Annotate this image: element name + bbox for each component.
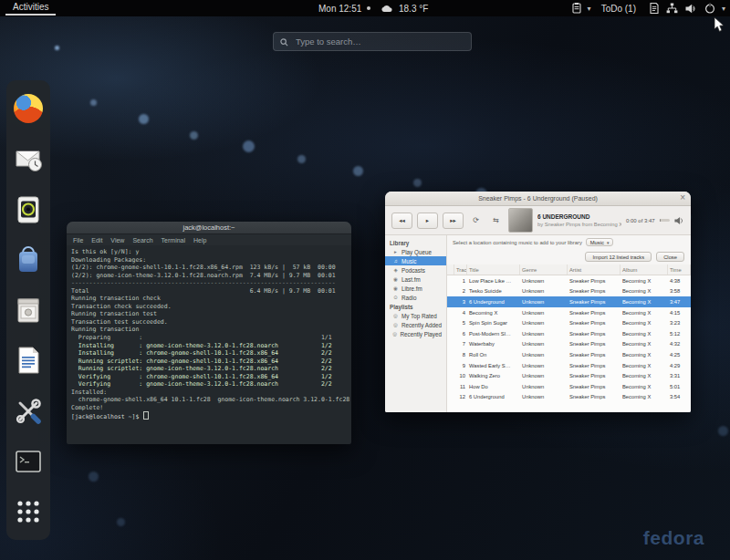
search-input[interactable]: [294, 36, 464, 47]
terminal-menubar: FileEditViewSearchTerminalHelp: [67, 234, 351, 245]
play-button[interactable]: ▸: [417, 213, 438, 229]
track-number-cell: 8: [454, 352, 467, 358]
track-row[interactable]: 8 Roll On Unknown Sneaker Pimps Becoming…: [447, 349, 691, 360]
activities-button[interactable]: Activities: [5, 0, 56, 16]
track-row[interactable]: 4 Becoming X Unknown Sneaker Pimps Becom…: [447, 307, 691, 318]
shuffle-button[interactable]: ⇆: [488, 214, 504, 226]
terminal-menu-item[interactable]: Edit: [91, 237, 102, 244]
caret-down-icon: ▾: [722, 5, 725, 13]
track-row[interactable]: 10 Walking Zero Unknown Sneaker Pimps Be…: [447, 370, 691, 381]
column-header-track[interactable]: Track: [454, 264, 467, 275]
title-cell: Tesko Suicide: [467, 288, 520, 294]
appindicator-menu[interactable]: ▾: [568, 0, 591, 16]
track-row[interactable]: 9 Wasted Early S… Unknown Sneaker Pimps …: [447, 360, 691, 371]
terminal-menu-item[interactable]: Search: [132, 237, 152, 244]
sidebar-source-item[interactable]: ◈ Podcasts: [385, 265, 446, 275]
location-value: Music: [590, 240, 604, 245]
artist-cell: Sneaker Pimps: [568, 299, 620, 305]
title-cell: How Do: [467, 384, 520, 389]
gnome-activities-overview: fedora Activities Mon 12:51 18.3 °F ▾ To…: [0, 0, 730, 560]
track-row[interactable]: 3 6 Underground Unknown Sneaker Pimps Be…: [447, 296, 691, 307]
import-tracks-button[interactable]: Import 12 listed tracks: [585, 252, 652, 262]
dock-item-utilities[interactable]: [12, 395, 45, 428]
terminal-line: Downloading Packages:: [71, 256, 347, 264]
close-import-button[interactable]: Close: [656, 252, 684, 262]
dock-item-terminal[interactable]: [12, 445, 45, 478]
column-header-title[interactable]: Title: [467, 264, 520, 275]
artist-cell: Sneaker Pimps: [568, 384, 620, 389]
system-menu[interactable]: ▾: [646, 0, 725, 16]
sidebar-source-item[interactable]: ⊙ Radio: [385, 293, 446, 302]
rhythmbox-window[interactable]: Sneaker Pimps - 6 Underground (Paused) ×…: [385, 192, 691, 412]
genre-cell: Unknown: [520, 341, 568, 347]
album-cell: Becoming X: [620, 363, 668, 368]
album-cell: Becoming X: [620, 288, 668, 294]
column-header-playing[interactable]: [447, 264, 454, 275]
sidebar-source-item[interactable]: ◉ Last.fm: [385, 275, 446, 284]
rhythmbox-icon: [13, 194, 44, 225]
track-row[interactable]: 6 Post-Modern Sl… Unknown Sneaker Pimps …: [447, 328, 691, 339]
column-header-time[interactable]: Time: [668, 264, 691, 275]
dock-item-app-grid[interactable]: [12, 495, 45, 528]
sidebar-playlist-item[interactable]: ◎ Recently Played: [385, 329, 446, 338]
source-icon: ◉: [392, 276, 399, 282]
source-label: Play Queue: [402, 249, 432, 255]
next-button[interactable]: ▸▸: [443, 213, 464, 229]
dock-item-writer[interactable]: [12, 344, 45, 377]
dock-item-software[interactable]: [12, 244, 45, 276]
terminal-titlebar[interactable]: jack@localhost:~: [67, 222, 351, 234]
rhythmbox-titlebar[interactable]: Sneaker Pimps - 6 Underground (Paused) ×: [385, 192, 691, 206]
todo-indicator[interactable]: ToDo (1): [601, 0, 636, 16]
column-header-album[interactable]: Album: [620, 264, 668, 275]
track-row[interactable]: 7 Waterbaby Unknown Sneaker Pimps Becomi…: [447, 339, 691, 350]
track-row[interactable]: 2 Tesko Suicide Unknown Sneaker Pimps Be…: [447, 286, 691, 297]
repeat-button[interactable]: ⟳: [468, 214, 484, 226]
time-cell: 3:31: [668, 373, 691, 379]
now-playing-title: 6 UNDERGROUND: [537, 213, 621, 221]
library-header: Library: [385, 238, 446, 247]
column-header-artist[interactable]: Artist: [568, 264, 620, 275]
terminal-line: Preparing : 1/1: [71, 334, 347, 342]
source-label: Music: [402, 258, 416, 264]
sidebar-playlist-item[interactable]: ◎ Recently Added: [385, 320, 446, 329]
sidebar-source-item[interactable]: ◉ Libre.fm: [385, 284, 446, 293]
title-cell: Walking Zero: [467, 373, 520, 379]
overview-search[interactable]: [273, 32, 472, 51]
app-grid-icon: [13, 496, 44, 527]
track-row[interactable]: 11 How Do Unknown Sneaker Pimps Becoming…: [447, 381, 691, 392]
location-combo[interactable]: Music ▾: [586, 238, 614, 246]
track-number-cell: 1: [454, 278, 467, 284]
track-row[interactable]: 1 Low Place Like … Unknown Sneaker Pimps…: [447, 275, 691, 286]
dock-item-firefox[interactable]: [12, 92, 45, 125]
sidebar-source-item[interactable]: ▸ Play Queue: [385, 247, 446, 256]
terminal-menu-item[interactable]: Terminal: [162, 237, 185, 244]
previous-button[interactable]: ◂◂: [391, 213, 412, 229]
album-cell: Becoming X: [620, 373, 668, 379]
terminal-window[interactable]: jack@localhost:~ FileEditViewSearchTermi…: [67, 222, 351, 444]
title-cell: Post-Modern Sl…: [467, 331, 520, 337]
column-header-genre[interactable]: Genre: [520, 264, 568, 275]
album-cell: Becoming X: [620, 299, 668, 305]
terminal-menu-item[interactable]: File: [73, 237, 83, 244]
terminal-menu-item[interactable]: View: [110, 237, 124, 244]
close-icon[interactable]: ×: [680, 192, 685, 202]
track-row[interactable]: 12 6 Underground Unknown Sneaker Pimps B…: [447, 392, 691, 403]
seek-slider[interactable]: [660, 219, 670, 222]
wallpaper-bokeh: [55, 46, 59, 50]
sidebar-source-item[interactable]: ♫ Music: [385, 256, 446, 265]
seek-fill: [660, 219, 661, 222]
dock-item-files[interactable]: [12, 294, 45, 327]
dock-item-evolution[interactable]: [12, 142, 45, 175]
album-cell: Becoming X: [620, 278, 668, 284]
dock-item-rhythmbox[interactable]: [12, 193, 45, 226]
volume-button[interactable]: [674, 213, 684, 229]
rhythmbox-main: Library ▸ Play Queue ♫ Music ◈ Podcasts …: [385, 235, 691, 412]
clock-menu[interactable]: Mon 12:51: [318, 0, 370, 16]
time-cell: 3:47: [668, 299, 691, 305]
terminal-line: (2/2): gnome-icon-theme-3.12.0-1.fc28.no…: [71, 272, 347, 280]
terminal-menu-item[interactable]: Help: [193, 237, 206, 244]
track-row[interactable]: 5 Spin Spin Sugar Unknown Sneaker Pimps …: [447, 317, 691, 328]
artist-cell: Sneaker Pimps: [568, 320, 620, 326]
sidebar-playlist-item[interactable]: ◎ My Top Rated: [385, 311, 446, 320]
weather-indicator[interactable]: 18.3 °F: [377, 0, 428, 16]
